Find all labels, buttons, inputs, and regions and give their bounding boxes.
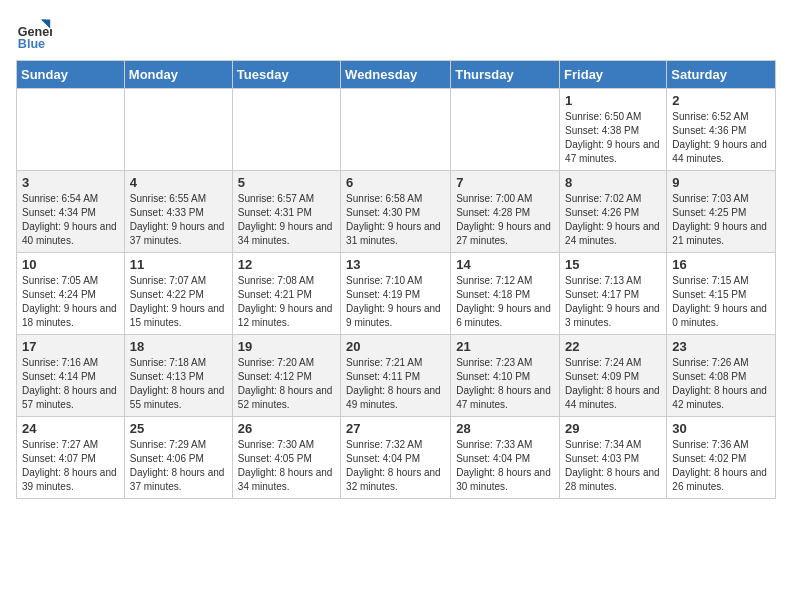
calendar-week-row: 24 Sunrise: 7:27 AMSunset: 4:07 PMDaylig… <box>17 417 776 499</box>
day-number: 30 <box>672 421 770 436</box>
day-number: 10 <box>22 257 119 272</box>
day-number: 7 <box>456 175 554 190</box>
day-info: Sunrise: 7:34 AMSunset: 4:03 PMDaylight:… <box>565 438 661 494</box>
calendar-cell: 13 Sunrise: 7:10 AMSunset: 4:19 PMDaylig… <box>341 253 451 335</box>
day-info: Sunrise: 7:36 AMSunset: 4:02 PMDaylight:… <box>672 438 770 494</box>
calendar-cell: 10 Sunrise: 7:05 AMSunset: 4:24 PMDaylig… <box>17 253 125 335</box>
day-number: 4 <box>130 175 227 190</box>
weekday-header: Saturday <box>667 61 776 89</box>
calendar-cell: 5 Sunrise: 6:57 AMSunset: 4:31 PMDayligh… <box>232 171 340 253</box>
calendar-cell: 7 Sunrise: 7:00 AMSunset: 4:28 PMDayligh… <box>451 171 560 253</box>
calendar-cell: 8 Sunrise: 7:02 AMSunset: 4:26 PMDayligh… <box>560 171 667 253</box>
day-info: Sunrise: 7:24 AMSunset: 4:09 PMDaylight:… <box>565 356 661 412</box>
day-number: 1 <box>565 93 661 108</box>
calendar-cell <box>17 89 125 171</box>
day-info: Sunrise: 7:23 AMSunset: 4:10 PMDaylight:… <box>456 356 554 412</box>
day-info: Sunrise: 6:50 AMSunset: 4:38 PMDaylight:… <box>565 110 661 166</box>
calendar-week-row: 1 Sunrise: 6:50 AMSunset: 4:38 PMDayligh… <box>17 89 776 171</box>
day-info: Sunrise: 7:10 AMSunset: 4:19 PMDaylight:… <box>346 274 445 330</box>
calendar-week-row: 17 Sunrise: 7:16 AMSunset: 4:14 PMDaylig… <box>17 335 776 417</box>
calendar-cell: 2 Sunrise: 6:52 AMSunset: 4:36 PMDayligh… <box>667 89 776 171</box>
day-number: 15 <box>565 257 661 272</box>
calendar-cell <box>451 89 560 171</box>
weekday-header: Monday <box>124 61 232 89</box>
day-number: 18 <box>130 339 227 354</box>
calendar-cell: 6 Sunrise: 6:58 AMSunset: 4:30 PMDayligh… <box>341 171 451 253</box>
day-number: 21 <box>456 339 554 354</box>
day-info: Sunrise: 6:58 AMSunset: 4:30 PMDaylight:… <box>346 192 445 248</box>
weekday-header: Sunday <box>17 61 125 89</box>
day-number: 5 <box>238 175 335 190</box>
day-number: 14 <box>456 257 554 272</box>
page-header: General Blue <box>16 16 776 52</box>
day-info: Sunrise: 7:00 AMSunset: 4:28 PMDaylight:… <box>456 192 554 248</box>
day-info: Sunrise: 7:03 AMSunset: 4:25 PMDaylight:… <box>672 192 770 248</box>
calendar-cell: 19 Sunrise: 7:20 AMSunset: 4:12 PMDaylig… <box>232 335 340 417</box>
svg-text:Blue: Blue <box>18 37 45 51</box>
day-info: Sunrise: 7:16 AMSunset: 4:14 PMDaylight:… <box>22 356 119 412</box>
calendar-cell: 16 Sunrise: 7:15 AMSunset: 4:15 PMDaylig… <box>667 253 776 335</box>
day-info: Sunrise: 7:33 AMSunset: 4:04 PMDaylight:… <box>456 438 554 494</box>
day-info: Sunrise: 7:13 AMSunset: 4:17 PMDaylight:… <box>565 274 661 330</box>
weekday-header: Thursday <box>451 61 560 89</box>
day-number: 6 <box>346 175 445 190</box>
weekday-header: Wednesday <box>341 61 451 89</box>
calendar-cell: 24 Sunrise: 7:27 AMSunset: 4:07 PMDaylig… <box>17 417 125 499</box>
day-info: Sunrise: 7:20 AMSunset: 4:12 PMDaylight:… <box>238 356 335 412</box>
day-info: Sunrise: 7:29 AMSunset: 4:06 PMDaylight:… <box>130 438 227 494</box>
day-info: Sunrise: 6:52 AMSunset: 4:36 PMDaylight:… <box>672 110 770 166</box>
calendar-cell: 25 Sunrise: 7:29 AMSunset: 4:06 PMDaylig… <box>124 417 232 499</box>
day-number: 8 <box>565 175 661 190</box>
weekday-header: Friday <box>560 61 667 89</box>
calendar-cell <box>232 89 340 171</box>
calendar-cell: 4 Sunrise: 6:55 AMSunset: 4:33 PMDayligh… <box>124 171 232 253</box>
day-number: 2 <box>672 93 770 108</box>
day-number: 26 <box>238 421 335 436</box>
day-number: 27 <box>346 421 445 436</box>
calendar-cell: 28 Sunrise: 7:33 AMSunset: 4:04 PMDaylig… <box>451 417 560 499</box>
calendar-cell: 29 Sunrise: 7:34 AMSunset: 4:03 PMDaylig… <box>560 417 667 499</box>
day-info: Sunrise: 7:30 AMSunset: 4:05 PMDaylight:… <box>238 438 335 494</box>
calendar-cell: 12 Sunrise: 7:08 AMSunset: 4:21 PMDaylig… <box>232 253 340 335</box>
day-number: 9 <box>672 175 770 190</box>
day-info: Sunrise: 7:32 AMSunset: 4:04 PMDaylight:… <box>346 438 445 494</box>
calendar-header-row: SundayMondayTuesdayWednesdayThursdayFrid… <box>17 61 776 89</box>
calendar-cell: 22 Sunrise: 7:24 AMSunset: 4:09 PMDaylig… <box>560 335 667 417</box>
logo: General Blue <box>16 16 52 52</box>
day-info: Sunrise: 6:55 AMSunset: 4:33 PMDaylight:… <box>130 192 227 248</box>
day-number: 22 <box>565 339 661 354</box>
day-number: 3 <box>22 175 119 190</box>
calendar-cell: 17 Sunrise: 7:16 AMSunset: 4:14 PMDaylig… <box>17 335 125 417</box>
calendar-cell: 27 Sunrise: 7:32 AMSunset: 4:04 PMDaylig… <box>341 417 451 499</box>
day-info: Sunrise: 7:08 AMSunset: 4:21 PMDaylight:… <box>238 274 335 330</box>
calendar-cell: 30 Sunrise: 7:36 AMSunset: 4:02 PMDaylig… <box>667 417 776 499</box>
day-number: 28 <box>456 421 554 436</box>
calendar-cell: 14 Sunrise: 7:12 AMSunset: 4:18 PMDaylig… <box>451 253 560 335</box>
day-number: 24 <box>22 421 119 436</box>
day-info: Sunrise: 7:26 AMSunset: 4:08 PMDaylight:… <box>672 356 770 412</box>
day-number: 20 <box>346 339 445 354</box>
day-number: 12 <box>238 257 335 272</box>
calendar-table: SundayMondayTuesdayWednesdayThursdayFrid… <box>16 60 776 499</box>
calendar-cell: 9 Sunrise: 7:03 AMSunset: 4:25 PMDayligh… <box>667 171 776 253</box>
calendar-cell <box>124 89 232 171</box>
day-info: Sunrise: 7:18 AMSunset: 4:13 PMDaylight:… <box>130 356 227 412</box>
calendar-cell: 23 Sunrise: 7:26 AMSunset: 4:08 PMDaylig… <box>667 335 776 417</box>
day-number: 11 <box>130 257 227 272</box>
day-info: Sunrise: 7:27 AMSunset: 4:07 PMDaylight:… <box>22 438 119 494</box>
day-info: Sunrise: 7:15 AMSunset: 4:15 PMDaylight:… <box>672 274 770 330</box>
day-info: Sunrise: 7:02 AMSunset: 4:26 PMDaylight:… <box>565 192 661 248</box>
day-info: Sunrise: 7:05 AMSunset: 4:24 PMDaylight:… <box>22 274 119 330</box>
day-number: 16 <box>672 257 770 272</box>
logo-icon: General Blue <box>16 16 52 52</box>
day-number: 29 <box>565 421 661 436</box>
weekday-header: Tuesday <box>232 61 340 89</box>
day-info: Sunrise: 6:54 AMSunset: 4:34 PMDaylight:… <box>22 192 119 248</box>
calendar-cell: 15 Sunrise: 7:13 AMSunset: 4:17 PMDaylig… <box>560 253 667 335</box>
calendar-cell: 20 Sunrise: 7:21 AMSunset: 4:11 PMDaylig… <box>341 335 451 417</box>
calendar-cell: 1 Sunrise: 6:50 AMSunset: 4:38 PMDayligh… <box>560 89 667 171</box>
day-info: Sunrise: 7:12 AMSunset: 4:18 PMDaylight:… <box>456 274 554 330</box>
calendar-week-row: 3 Sunrise: 6:54 AMSunset: 4:34 PMDayligh… <box>17 171 776 253</box>
calendar-cell: 11 Sunrise: 7:07 AMSunset: 4:22 PMDaylig… <box>124 253 232 335</box>
calendar-cell: 26 Sunrise: 7:30 AMSunset: 4:05 PMDaylig… <box>232 417 340 499</box>
